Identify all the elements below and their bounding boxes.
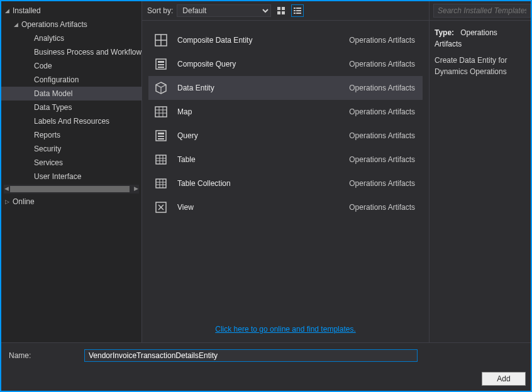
template-name: Composite Query (177, 60, 340, 68)
svg-rect-9 (296, 13, 301, 14)
add-button[interactable]: Add (482, 372, 526, 386)
template-details: Type: Operations Artifacts Create Data E… (429, 21, 531, 84)
svg-rect-2 (277, 11, 280, 14)
template-category-tree: ◢ Installed ◢ Operations Artifacts Analy… (1, 1, 142, 342)
tree-label: Data Types (34, 103, 72, 112)
sort-dropdown[interactable]: Default (177, 4, 271, 17)
svg-rect-4 (294, 8, 296, 9)
composite-query-icon (153, 57, 169, 72)
tree-label: Security (34, 144, 61, 153)
tree-label: Configuration (34, 75, 79, 84)
data-entity-icon (153, 80, 169, 95)
template-category: Operations Artifacts (349, 36, 418, 45)
template-table-collection[interactable]: Table CollectionOperations Artifacts (148, 172, 423, 195)
tree-label: Installed (13, 6, 41, 15)
tree-label: Online (13, 197, 35, 206)
view-large-icons-button[interactable] (275, 4, 287, 17)
tree-item-data-model[interactable]: Data Model (1, 87, 141, 101)
template-map[interactable]: MapOperations Artifacts (148, 100, 423, 124)
svg-rect-31 (156, 179, 166, 188)
template-name: Composite Data Entity (177, 36, 340, 45)
table-collection-icon (153, 176, 169, 191)
tree-item-code[interactable]: Code (1, 59, 141, 73)
template-table[interactable]: TableOperations Artifacts (148, 148, 423, 172)
chevron-down-icon: ◢ (14, 21, 21, 28)
template-name: Table Collection (177, 179, 340, 188)
template-category: Operations Artifacts (349, 107, 418, 116)
template-query[interactable]: QueryOperations Artifacts (148, 124, 423, 148)
tree-label: Operations Artifacts (21, 20, 87, 29)
view-icon (153, 200, 169, 215)
svg-rect-14 (158, 61, 164, 63)
tree-label: Code (34, 62, 52, 70)
scroll-left-icon: ◀ (4, 185, 9, 192)
template-list: Composite Data EntityOperations Artifact… (142, 21, 429, 317)
name-input[interactable] (84, 349, 418, 362)
tree-item-services[interactable]: Services (1, 156, 141, 170)
template-category: Operations Artifacts (349, 60, 418, 68)
template-description: Create Data Entity for Dynamics Operatio… (435, 55, 526, 77)
template-category: Operations Artifacts (349, 84, 418, 92)
svg-rect-24 (158, 136, 164, 137)
scroll-right-icon: ▶ (134, 185, 138, 192)
name-label: Name: (9, 351, 77, 360)
scroll-thumb[interactable] (10, 186, 130, 192)
name-row: Name: (1, 342, 531, 368)
template-category: Operations Artifacts (349, 131, 418, 140)
tree-item-analytics[interactable]: Analytics (1, 31, 141, 45)
template-composite-data-entity[interactable]: Composite Data EntityOperations Artifact… (148, 28, 423, 52)
template-name: Query (177, 131, 340, 140)
svg-rect-23 (158, 133, 164, 134)
tree-item-reports[interactable]: Reports (1, 128, 141, 142)
svg-rect-6 (294, 10, 296, 11)
tree-item-business-process-and-workflow[interactable]: Business Process and Workflow (1, 45, 141, 59)
tree-item-online[interactable]: ▷ Online (1, 195, 141, 209)
template-composite-query[interactable]: Composite QueryOperations Artifacts (148, 52, 423, 76)
sort-bar: Sort by: Default (142, 1, 429, 21)
svg-rect-8 (294, 13, 296, 14)
tree-label: Labels And Resources (34, 117, 109, 126)
template-data-entity[interactable]: Data EntityOperations Artifacts (148, 76, 423, 100)
template-category: Operations Artifacts (349, 203, 418, 212)
template-name: Data Entity (177, 84, 340, 92)
tree-item-operations-artifacts[interactable]: ◢ Operations Artifacts (1, 18, 141, 31)
svg-rect-17 (155, 107, 167, 117)
horizontal-scrollbar[interactable]: ◀ ▶ (4, 185, 139, 193)
tree-item-labels-and-resources[interactable]: Labels And Resources (1, 114, 141, 128)
search-input[interactable] (433, 4, 531, 18)
sort-label: Sort by: (147, 6, 173, 15)
svg-rect-16 (158, 67, 164, 68)
type-label: Type: (435, 28, 454, 37)
svg-rect-26 (156, 155, 166, 164)
svg-rect-3 (282, 11, 285, 14)
tree-item-security[interactable]: Security (1, 142, 141, 156)
svg-rect-1 (282, 7, 285, 10)
template-name: View (177, 203, 340, 212)
template-name: Map (177, 107, 340, 116)
tree-label: Business Process and Workflow (34, 48, 141, 57)
tree-item-configuration[interactable]: Configuration (1, 73, 141, 87)
svg-rect-15 (158, 64, 164, 65)
online-templates-link[interactable]: Click here to go online and find templat… (215, 325, 355, 334)
template-name: Table (177, 155, 340, 164)
view-list-button[interactable] (291, 4, 304, 17)
tree-label: User Interface (34, 172, 81, 181)
composite-entity-icon (153, 33, 169, 48)
chevron-right-icon: ▷ (5, 199, 13, 205)
map-icon (153, 104, 169, 119)
tree-item-installed[interactable]: ◢ Installed (1, 4, 141, 18)
svg-rect-5 (296, 8, 301, 9)
table-icon (153, 152, 169, 167)
tree-label: Services (34, 158, 63, 167)
svg-rect-7 (296, 10, 301, 11)
chevron-down-icon: ◢ (5, 8, 13, 14)
svg-rect-0 (277, 7, 280, 10)
tree-label: Analytics (34, 34, 64, 43)
svg-rect-25 (158, 138, 164, 139)
tree-label: Reports (34, 131, 60, 139)
template-category: Operations Artifacts (349, 155, 418, 164)
tree-item-data-types[interactable]: Data Types (1, 101, 141, 114)
template-view[interactable]: ViewOperations Artifacts (148, 195, 423, 219)
tree-item-user-interface[interactable]: User Interface (1, 170, 141, 183)
template-category: Operations Artifacts (349, 179, 418, 188)
